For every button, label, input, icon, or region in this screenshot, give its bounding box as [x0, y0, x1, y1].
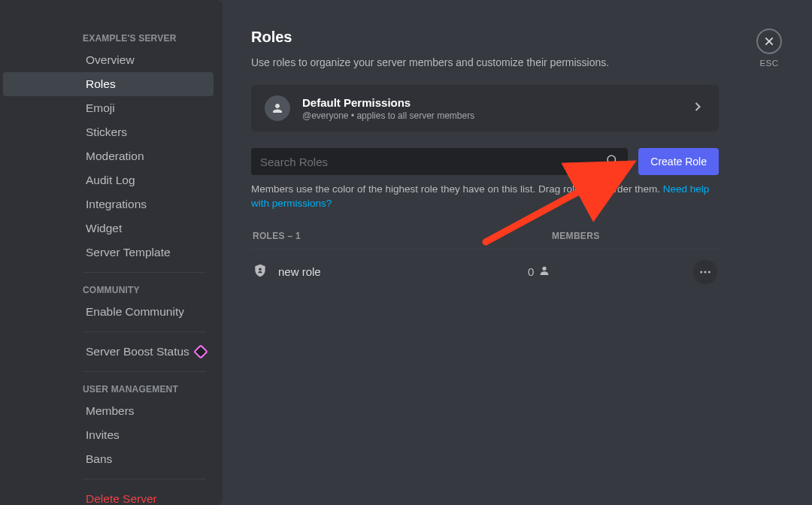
- role-more-button[interactable]: [693, 260, 717, 284]
- sidebar-item-members[interactable]: Members: [3, 399, 214, 423]
- sidebar-item-stickers[interactable]: Stickers: [3, 120, 214, 144]
- sidebar-header-user-mgmt: USER MANAGEMENT: [0, 380, 214, 399]
- sidebar-item-moderation[interactable]: Moderation: [3, 144, 214, 168]
- default-perms-text: Default Permissions @everyone • applies …: [302, 96, 678, 121]
- search-create-row: Create Role: [251, 148, 719, 175]
- svg-point-4: [700, 271, 702, 273]
- sidebar-item-enable-community[interactable]: Enable Community: [3, 300, 214, 324]
- sidebar-item-label: Overview: [86, 53, 135, 67]
- sidebar-item-label: Members: [86, 404, 135, 418]
- ellipsis-icon: [698, 265, 712, 279]
- sidebar-item-delete-server[interactable]: Delete Server: [3, 487, 214, 505]
- sidebar-item-bans[interactable]: Bans: [3, 447, 214, 471]
- svg-point-0: [607, 156, 616, 164]
- sidebar-item-label: Emoji: [86, 101, 115, 115]
- role-member-count: 0: [528, 265, 534, 278]
- sidebar-item-overview[interactable]: Overview: [3, 48, 214, 72]
- roles-hint: Members use the color of the highest rol…: [251, 183, 719, 211]
- sidebar-item-emoji[interactable]: Emoji: [3, 96, 214, 120]
- svg-point-3: [543, 267, 547, 271]
- sidebar-item-label: Moderation: [86, 150, 144, 163]
- sidebar-item-label: Invites: [86, 428, 120, 442]
- sidebar-item-server-boost[interactable]: Server Boost Status: [3, 340, 214, 364]
- sidebar-item-label: Server Boost Status: [86, 345, 189, 358]
- sidebar-item-integrations[interactable]: Integrations: [3, 192, 214, 216]
- sidebar-header-server: EXAMPLE'S SERVER: [0, 29, 214, 48]
- col-header-roles: ROLES – 1: [253, 231, 552, 241]
- page-subtitle: Use roles to organize your server member…: [251, 56, 719, 68]
- members-icon: [265, 95, 290, 121]
- search-icon: [605, 153, 619, 170]
- svg-line-1: [615, 162, 617, 165]
- sidebar-item-label: Bans: [86, 452, 112, 466]
- create-role-button[interactable]: Create Role: [638, 148, 719, 175]
- boost-gem-icon: [193, 344, 208, 359]
- sidebar-divider: [83, 331, 206, 332]
- people-icon: [271, 101, 284, 115]
- sidebar-item-audit-log[interactable]: Audit Log: [3, 168, 214, 192]
- close-settings-button[interactable]: ESC: [756, 29, 782, 68]
- sidebar-divider: [83, 272, 206, 273]
- hint-text: Members use the color of the highest rol…: [251, 183, 663, 195]
- main-panel: Roles Use roles to organize your server …: [223, 0, 812, 505]
- svg-point-6: [708, 271, 710, 273]
- table-row[interactable]: new role 0: [251, 249, 719, 295]
- roles-table-header: ROLES – 1 MEMBERS: [251, 231, 719, 249]
- shield-icon: [253, 263, 268, 280]
- role-name: new role: [278, 265, 321, 278]
- sidebar-item-label: Widget: [86, 222, 122, 235]
- svg-point-2: [259, 268, 262, 271]
- settings-sidebar: EXAMPLE'S SERVER Overview Roles Emoji St…: [0, 0, 223, 505]
- chevron-right-icon: [690, 99, 705, 117]
- close-label: ESC: [756, 59, 782, 68]
- sidebar-item-invites[interactable]: Invites: [3, 423, 214, 447]
- page-title: Roles: [251, 29, 719, 46]
- sidebar-item-label: Delete Server: [86, 492, 157, 505]
- sidebar-item-label: Enable Community: [86, 305, 184, 319]
- default-perms-subtitle: @everyone • applies to all server member…: [302, 110, 678, 121]
- sidebar-item-label: Integrations: [86, 198, 147, 211]
- search-input[interactable]: [260, 156, 605, 168]
- search-box[interactable]: [251, 148, 628, 175]
- sidebar-item-label: Audit Log: [86, 174, 135, 187]
- sidebar-divider: [83, 479, 206, 479]
- svg-point-5: [704, 271, 707, 273]
- sidebar-item-roles[interactable]: Roles: [3, 72, 214, 96]
- sidebar-item-label: Server Template: [86, 246, 171, 259]
- default-permissions-card[interactable]: Default Permissions @everyone • applies …: [251, 85, 719, 132]
- sidebar-item-server-template[interactable]: Server Template: [3, 240, 214, 265]
- sidebar-item-widget[interactable]: Widget: [3, 216, 214, 240]
- default-perms-title: Default Permissions: [302, 96, 678, 109]
- close-icon: [756, 29, 782, 54]
- sidebar-item-label: Stickers: [86, 125, 127, 139]
- col-header-members: MEMBERS: [552, 231, 717, 241]
- sidebar-divider: [83, 371, 206, 372]
- sidebar-item-label: Roles: [86, 77, 116, 91]
- sidebar-header-community: COMMUNITY: [0, 280, 214, 300]
- person-icon: [538, 265, 550, 279]
